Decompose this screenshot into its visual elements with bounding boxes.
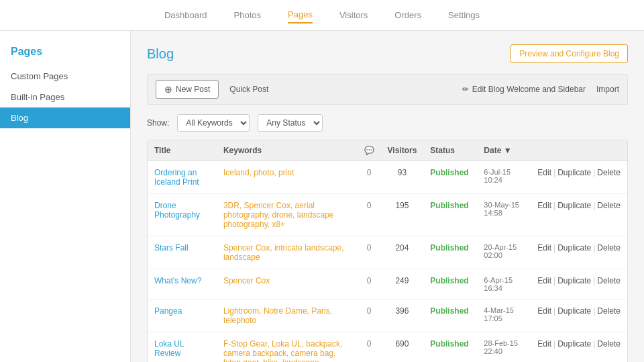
post-keywords[interactable]: Spencer Cox (223, 276, 270, 285)
sidebar-title: Pages (0, 42, 130, 66)
comment-icon: 💬 (364, 146, 374, 155)
nav-dashboard[interactable]: Dashboard (164, 7, 207, 23)
toolbar-right: ✏ Edit Blog Welcome and Sidebar Import (462, 85, 619, 94)
post-title-link[interactable]: Loka UL Review (154, 339, 184, 358)
post-title-link[interactable]: Stars Fall (154, 243, 189, 253)
pencil-icon: ✏ (462, 85, 469, 94)
cell-keywords: Iceland, photo, print (217, 161, 358, 194)
duplicate-link[interactable]: Duplicate (557, 243, 591, 253)
status-badge: Published (430, 306, 468, 316)
cell-title: Pangea (148, 300, 217, 332)
cell-title: What's New? (148, 269, 217, 300)
page-title: Blog (147, 46, 174, 62)
table-row: What's New? Spencer Cox 0 249 Published … (148, 269, 627, 300)
posts-table-container: Title Keywords 💬 Visitors Status Date ▼ … (147, 140, 628, 362)
cell-keywords: Spencer Cox, intricate landscape, landsc… (217, 236, 358, 269)
duplicate-link[interactable]: Duplicate (557, 168, 591, 177)
cell-keywords: Spencer Cox (217, 269, 358, 300)
post-keywords[interactable]: Spencer Cox, intricate landscape, landsc… (223, 243, 343, 262)
post-keywords[interactable]: 3DR, Spencer Cox, aerial photography, dr… (223, 201, 334, 229)
status-filter[interactable]: Any Status Published Draft (258, 114, 323, 132)
cell-visitors: 93 (381, 161, 424, 194)
status-badge: Published (430, 339, 468, 349)
toolbar: ⊕ New Post Quick Post ✏ Edit Blog Welcom… (147, 74, 628, 105)
edit-link[interactable]: Edit (537, 201, 551, 210)
cell-keywords: 3DR, Spencer Cox, aerial photography, dr… (217, 194, 358, 236)
sidebar-item-custom-pages[interactable]: Custom Pages (0, 66, 130, 87)
cell-date: 6-Jul-1510:24 (477, 161, 531, 194)
status-badge: Published (430, 243, 468, 253)
post-title-link[interactable]: What's New? (154, 276, 201, 285)
cell-actions: Edit|Duplicate|Delete (531, 269, 627, 300)
col-visitors: Visitors (381, 140, 424, 161)
import-button[interactable]: Import (596, 85, 619, 94)
cell-visitors: 195 (381, 194, 424, 236)
cell-title: Drone Photography (148, 194, 217, 236)
delete-link[interactable]: Delete (597, 168, 621, 177)
cell-visitors: 396 (381, 300, 424, 332)
col-actions (531, 140, 627, 161)
edit-link[interactable]: Edit (537, 276, 551, 285)
preview-configure-button[interactable]: Preview and Configure Blog (511, 44, 628, 63)
cell-status: Published (423, 161, 477, 194)
duplicate-link[interactable]: Duplicate (557, 276, 591, 285)
cell-actions: Edit|Duplicate|Delete (531, 300, 627, 332)
col-title: Title (148, 140, 217, 161)
nav-settings[interactable]: Settings (448, 7, 480, 23)
main-header: Blog Preview and Configure Blog (147, 44, 628, 63)
edit-blog-button[interactable]: ✏ Edit Blog Welcome and Sidebar (462, 85, 586, 94)
post-keywords[interactable]: Lightroom, Notre Dame, Paris, telephoto (223, 306, 332, 325)
show-label: Show: (147, 118, 169, 128)
col-date[interactable]: Date ▼ (477, 140, 531, 161)
sidebar-item-blog[interactable]: Blog (0, 107, 130, 128)
duplicate-link[interactable]: Duplicate (557, 339, 591, 349)
cell-status: Published (423, 194, 477, 236)
post-keywords[interactable]: F-Stop Gear, Loka UL, backpack, camera b… (223, 339, 342, 362)
table-row: Ordering an Iceland Print Iceland, photo… (148, 161, 627, 194)
nav-pages[interactable]: Pages (288, 7, 313, 24)
cell-visitors: 249 (381, 269, 424, 300)
edit-link[interactable]: Edit (537, 243, 551, 253)
sidebar: Pages Custom Pages Built-in Pages Blog (0, 31, 131, 362)
cell-title: Loka UL Review (148, 332, 217, 363)
keywords-filter[interactable]: All Keywords (177, 114, 250, 132)
cell-actions: Edit|Duplicate|Delete (531, 161, 627, 194)
cell-title: Stars Fall (148, 236, 217, 269)
delete-link[interactable]: Delete (597, 306, 621, 316)
cell-status: Published (423, 269, 477, 300)
filters-row: Show: All Keywords Any Status Published … (147, 114, 628, 132)
post-title-link[interactable]: Drone Photography (154, 201, 200, 220)
posts-table: Title Keywords 💬 Visitors Status Date ▼ … (148, 140, 627, 362)
delete-link[interactable]: Delete (597, 276, 621, 285)
cell-comments: 0 (358, 332, 381, 363)
cell-actions: Edit|Duplicate|Delete (531, 194, 627, 236)
table-header-row: Title Keywords 💬 Visitors Status Date ▼ (148, 140, 627, 161)
duplicate-link[interactable]: Duplicate (557, 201, 591, 210)
post-title-link[interactable]: Ordering an Iceland Print (154, 168, 199, 187)
edit-link[interactable]: Edit (537, 339, 551, 349)
post-keywords[interactable]: Iceland, photo, print (223, 168, 294, 177)
col-keywords: Keywords (217, 140, 358, 161)
edit-link[interactable]: Edit (537, 306, 551, 316)
col-comments: 💬 (358, 140, 381, 161)
new-post-button[interactable]: ⊕ New Post (156, 80, 219, 99)
top-navigation: Dashboard Photos Pages Visitors Orders S… (0, 0, 644, 31)
sidebar-item-builtin-pages[interactable]: Built-in Pages (0, 87, 130, 107)
quick-post-button[interactable]: Quick Post (229, 85, 268, 94)
duplicate-link[interactable]: Duplicate (557, 306, 591, 316)
edit-link[interactable]: Edit (537, 168, 551, 177)
nav-photos[interactable]: Photos (234, 7, 261, 23)
delete-link[interactable]: Delete (597, 243, 621, 253)
cell-status: Published (423, 332, 477, 363)
table-row: Stars Fall Spencer Cox, intricate landsc… (148, 236, 627, 269)
cell-comments: 0 (358, 236, 381, 269)
table-row: Loka UL Review F-Stop Gear, Loka UL, bac… (148, 332, 627, 363)
cell-keywords: F-Stop Gear, Loka UL, backpack, camera b… (217, 332, 358, 363)
nav-orders[interactable]: Orders (394, 7, 421, 23)
status-badge: Published (430, 168, 468, 177)
post-title-link[interactable]: Pangea (154, 306, 182, 316)
delete-link[interactable]: Delete (597, 201, 621, 210)
nav-visitors[interactable]: Visitors (339, 7, 368, 23)
delete-link[interactable]: Delete (597, 339, 621, 349)
col-status: Status (423, 140, 477, 161)
